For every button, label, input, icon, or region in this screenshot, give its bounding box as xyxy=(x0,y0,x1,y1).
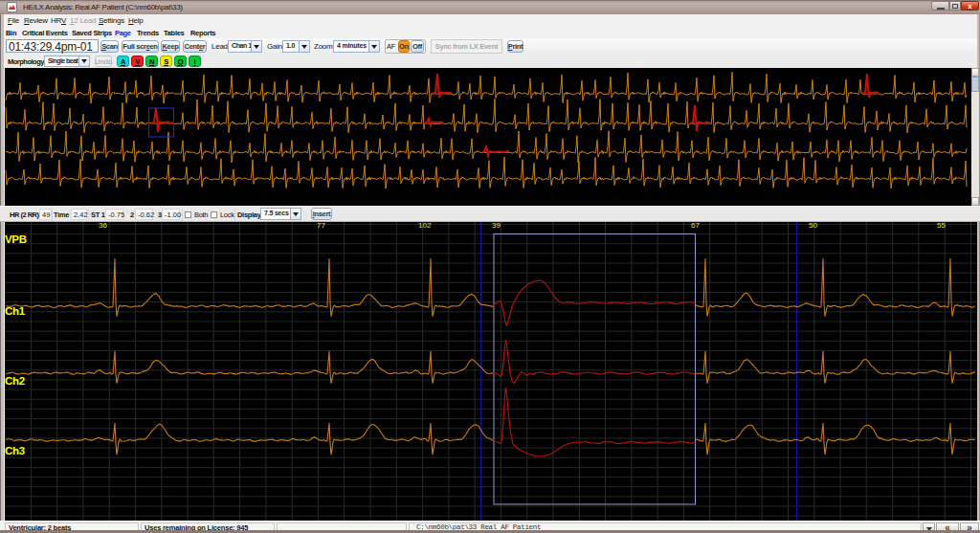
svg-text:55: 55 xyxy=(937,222,946,230)
svg-text:67: 67 xyxy=(691,222,700,230)
svg-text:Ch3: Ch3 xyxy=(5,445,25,456)
svg-text:36: 36 xyxy=(99,222,107,230)
svg-text:Ch1: Ch1 xyxy=(5,305,26,317)
svg-text:77: 77 xyxy=(317,222,325,230)
svg-text:VPB: VPB xyxy=(5,233,27,245)
svg-text:Ch2: Ch2 xyxy=(5,375,25,387)
svg-text:50: 50 xyxy=(809,222,817,230)
svg-text:39: 39 xyxy=(492,222,501,230)
svg-text:102: 102 xyxy=(418,222,432,230)
